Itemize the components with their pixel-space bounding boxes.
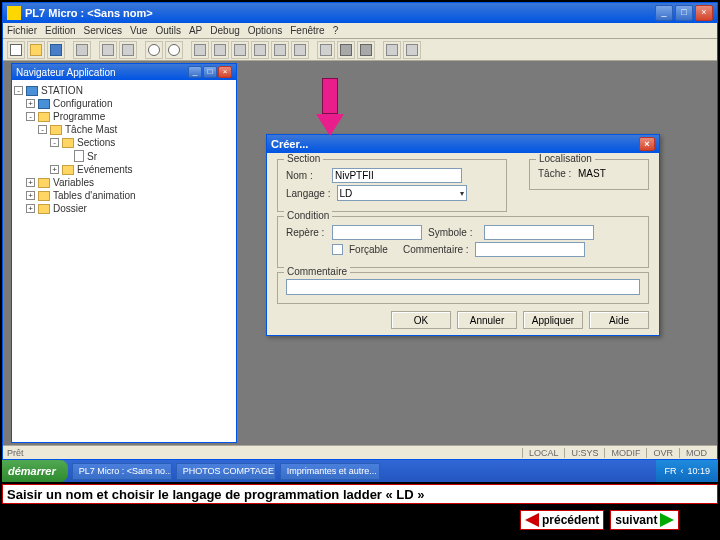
tb-save[interactable] bbox=[47, 41, 65, 59]
annuler-button[interactable]: Annuler bbox=[457, 311, 517, 329]
symbole-label: Symbole : bbox=[428, 227, 478, 238]
taskbar-item[interactable]: PHOTOS COMPTAGE ... bbox=[176, 463, 276, 480]
tree-toggle-icon[interactable]: + bbox=[26, 191, 35, 200]
taskbar-item[interactable]: PL7 Micro : <Sans no... bbox=[72, 463, 172, 480]
tree-toggle-icon[interactable]: + bbox=[26, 178, 35, 187]
tree-item[interactable]: +Dossier bbox=[26, 202, 234, 215]
tree-toggle-icon[interactable]: - bbox=[38, 125, 47, 134]
statusbar: Prêt LOCAL U:SYS MODIF OVR MOD bbox=[3, 445, 717, 459]
comment-text-input[interactable] bbox=[286, 279, 640, 295]
window-controls: _ □ × bbox=[655, 5, 713, 21]
nav-maximize[interactable]: □ bbox=[203, 66, 217, 78]
tb-b3[interactable] bbox=[231, 41, 249, 59]
tb-info[interactable] bbox=[403, 41, 421, 59]
tree-toggle-icon[interactable]: + bbox=[26, 204, 35, 213]
menu-services[interactable]: Services bbox=[84, 25, 122, 36]
section-fieldset: Section Nom : Langage : LD bbox=[277, 159, 507, 212]
langage-select[interactable]: LD bbox=[337, 185, 467, 201]
system-tray[interactable]: FR ‹ 10:19 bbox=[656, 460, 718, 482]
nav-close[interactable]: × bbox=[218, 66, 232, 78]
menu-vue[interactable]: Vue bbox=[130, 25, 147, 36]
search-icon bbox=[168, 44, 180, 56]
menu-help[interactable]: ? bbox=[333, 25, 339, 36]
tree-item[interactable]: +Evénements bbox=[50, 163, 234, 176]
page-icon bbox=[74, 150, 84, 162]
tree-root[interactable]: - STATION bbox=[14, 84, 234, 97]
tree-label: Dossier bbox=[53, 203, 87, 214]
tb-b8[interactable] bbox=[337, 41, 355, 59]
next-button[interactable]: suivant bbox=[610, 510, 679, 530]
tile-icon bbox=[360, 44, 372, 56]
tache-label: Tâche : bbox=[538, 168, 572, 179]
menu-edition[interactable]: Edition bbox=[45, 25, 76, 36]
menu-ap[interactable]: AP bbox=[189, 25, 202, 36]
commentaire-input[interactable] bbox=[475, 242, 585, 257]
taskbar-item-label: PL7 Micro : <Sans no... bbox=[79, 466, 172, 476]
arrow-shaft bbox=[322, 78, 338, 114]
minimize-button[interactable]: _ bbox=[655, 5, 673, 21]
dialog-close-button[interactable]: × bbox=[639, 137, 655, 151]
tb-search[interactable] bbox=[145, 41, 163, 59]
tree-item[interactable]: +Configuration bbox=[26, 97, 234, 110]
tree-toggle-icon[interactable]: - bbox=[26, 112, 35, 121]
tree-item[interactable]: -Programme bbox=[26, 110, 234, 123]
tb-b5[interactable] bbox=[271, 41, 289, 59]
tree-toggle-icon[interactable]: + bbox=[26, 99, 35, 108]
tb-open[interactable] bbox=[27, 41, 45, 59]
toolbar bbox=[3, 39, 717, 61]
menu-outils[interactable]: Outils bbox=[155, 25, 181, 36]
tb-search2[interactable] bbox=[165, 41, 183, 59]
tool-icon bbox=[194, 44, 206, 56]
tb-help[interactable] bbox=[383, 41, 401, 59]
tb-redo[interactable] bbox=[119, 41, 137, 59]
tree-item[interactable]: +Variables bbox=[26, 176, 234, 189]
tree-label: Evénements bbox=[77, 164, 133, 175]
tb-b4[interactable] bbox=[251, 41, 269, 59]
tb-b2[interactable] bbox=[211, 41, 229, 59]
prev-button[interactable]: précédent bbox=[520, 510, 604, 530]
tool-icon bbox=[214, 44, 226, 56]
tree-item[interactable]: Sr bbox=[62, 149, 234, 163]
start-button[interactable]: démarrer bbox=[2, 460, 68, 482]
instruction-caption: Saisir un nom et choisir le langage de p… bbox=[2, 484, 718, 504]
tree-toggle-icon[interactable]: - bbox=[50, 138, 59, 147]
nav-minimize[interactable]: _ bbox=[188, 66, 202, 78]
tree-toggle-icon[interactable]: - bbox=[14, 86, 23, 95]
tb-undo[interactable] bbox=[99, 41, 117, 59]
appliquer-button[interactable]: Appliquer bbox=[523, 311, 583, 329]
tb-new[interactable] bbox=[7, 41, 25, 59]
status-mode3: MODIF bbox=[604, 448, 646, 458]
symbole-input[interactable] bbox=[484, 225, 594, 240]
tool-icon bbox=[274, 44, 286, 56]
tb-b6[interactable] bbox=[291, 41, 309, 59]
menu-debug[interactable]: Debug bbox=[210, 25, 239, 36]
nom-input[interactable] bbox=[332, 168, 462, 183]
close-button[interactable]: × bbox=[695, 5, 713, 21]
forcable-checkbox[interactable] bbox=[332, 244, 343, 255]
folder-icon bbox=[62, 165, 74, 175]
menu-fenetre[interactable]: Fenêtre bbox=[290, 25, 324, 36]
taskbar-item[interactable]: Imprimantes et autre... bbox=[280, 463, 380, 480]
status-mode2: U:SYS bbox=[564, 448, 604, 458]
repere-input[interactable] bbox=[332, 225, 422, 240]
tree-item[interactable]: -Sections bbox=[50, 136, 234, 149]
tb-b1[interactable] bbox=[191, 41, 209, 59]
section-legend: Section bbox=[284, 153, 323, 164]
ok-button[interactable]: OK bbox=[391, 311, 451, 329]
tb-b9[interactable] bbox=[357, 41, 375, 59]
create-dialog: Créer... × Section Nom : Langage : LD Lo… bbox=[266, 134, 660, 336]
menu-fichier[interactable]: Fichier bbox=[7, 25, 37, 36]
tache-value: MAST bbox=[578, 168, 606, 179]
tree-label: Variables bbox=[53, 177, 94, 188]
maximize-button[interactable]: □ bbox=[675, 5, 693, 21]
tree-item[interactable]: +Tables d'animation bbox=[26, 189, 234, 202]
save-icon bbox=[50, 44, 62, 56]
tb-b7[interactable] bbox=[317, 41, 335, 59]
folder-icon bbox=[50, 125, 62, 135]
tree-toggle-icon[interactable]: + bbox=[50, 165, 59, 174]
tree-item[interactable]: -Tâche Mast bbox=[38, 123, 234, 136]
repere-label: Repère : bbox=[286, 227, 326, 238]
tb-print[interactable] bbox=[73, 41, 91, 59]
menu-options[interactable]: Options bbox=[248, 25, 282, 36]
aide-button[interactable]: Aide bbox=[589, 311, 649, 329]
